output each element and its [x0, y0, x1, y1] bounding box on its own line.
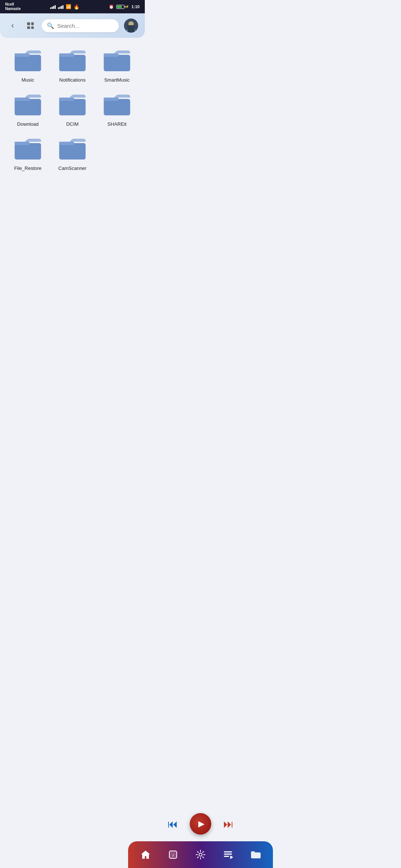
folder-item-camscanner[interactable]: CamScanner [52, 134, 93, 174]
folder-label-notifications: Notifications [59, 77, 86, 83]
charging-icon: ⚡ [125, 5, 129, 9]
folder-label-music: Music [22, 77, 34, 83]
battery-box [116, 5, 124, 9]
carrier-name: Ncell [5, 2, 21, 7]
folder-icon-dcim [58, 92, 87, 118]
folder-icon-smartmusic [102, 48, 132, 74]
folder-item-shareit[interactable]: SHAREit [97, 89, 137, 130]
folder-item-file_restore[interactable]: File_Restore [7, 134, 48, 174]
svg-rect-13 [59, 99, 85, 115]
svg-rect-19 [59, 143, 85, 160]
back-button[interactable]: ‹ [6, 19, 19, 32]
signal-icon-1 [50, 4, 56, 9]
svg-rect-4 [127, 25, 135, 33]
folder-item-dcim[interactable]: DCIM [52, 89, 93, 130]
battery-fill [117, 6, 122, 8]
status-center-icons: 📶 🔥 [50, 4, 79, 10]
grid-view-button[interactable] [24, 19, 37, 32]
avatar-image [124, 19, 138, 33]
svg-rect-11 [14, 99, 41, 115]
toolbar: ‹ 🔍 [0, 13, 145, 38]
svg-rect-17 [14, 143, 41, 160]
signal-icon-2 [58, 4, 63, 9]
folder-label-dcim: DCIM [66, 121, 78, 127]
search-icon: 🔍 [47, 22, 54, 29]
wifi-icon: 📶 [66, 4, 71, 9]
status-bar: Ncell Namaste 📶 🔥 ⏰ ⚡ 1:10 [0, 0, 145, 13]
folder-item-download[interactable]: Download [7, 89, 48, 130]
status-right-icons: ⏰ ⚡ 1:10 [109, 4, 140, 9]
svg-rect-12 [14, 98, 29, 101]
network-name: Namaste [5, 7, 21, 11]
carrier-info: Ncell Namaste [5, 2, 21, 11]
folder-icon-notifications [58, 48, 87, 74]
alarm-icon: ⏰ [109, 4, 114, 9]
svg-rect-20 [59, 142, 74, 145]
folder-icon-camscanner [58, 137, 87, 162]
search-input[interactable] [57, 23, 114, 29]
folder-icon-download [13, 92, 43, 118]
svg-rect-8 [59, 53, 74, 57]
folder-label-file_restore: File_Restore [14, 165, 42, 171]
folder-label-download: Download [17, 121, 39, 127]
svg-rect-6 [14, 53, 29, 57]
svg-rect-9 [104, 55, 130, 71]
folder-item-music[interactable]: Music [7, 45, 48, 86]
folder-icon-music [13, 48, 43, 74]
flame-icon: 🔥 [74, 4, 79, 10]
battery-indicator: ⚡ [116, 5, 129, 9]
svg-rect-15 [104, 99, 130, 115]
svg-rect-16 [104, 98, 118, 101]
grid-icon [27, 22, 34, 29]
folder-item-smartmusic[interactable]: SmartMusic [97, 45, 137, 86]
svg-rect-7 [59, 55, 85, 71]
folder-item-notifications[interactable]: Notifications [52, 45, 93, 86]
avatar[interactable] [123, 18, 139, 33]
search-bar[interactable]: 🔍 [42, 19, 119, 32]
folder-label-camscanner: CamScanner [58, 165, 87, 171]
folder-icon-shareit [102, 92, 132, 118]
svg-rect-10 [104, 53, 118, 57]
svg-rect-14 [59, 98, 74, 101]
time-display: 1:10 [131, 4, 140, 9]
svg-rect-5 [14, 55, 41, 71]
svg-rect-18 [14, 142, 29, 145]
folder-label-shareit: SHAREit [107, 121, 126, 127]
folder-grid: Music Notifications SmartMusic [0, 39, 145, 180]
folder-icon-file_restore [13, 137, 43, 162]
folder-label-smartmusic: SmartMusic [104, 77, 130, 83]
back-arrow-icon: ‹ [11, 21, 14, 30]
